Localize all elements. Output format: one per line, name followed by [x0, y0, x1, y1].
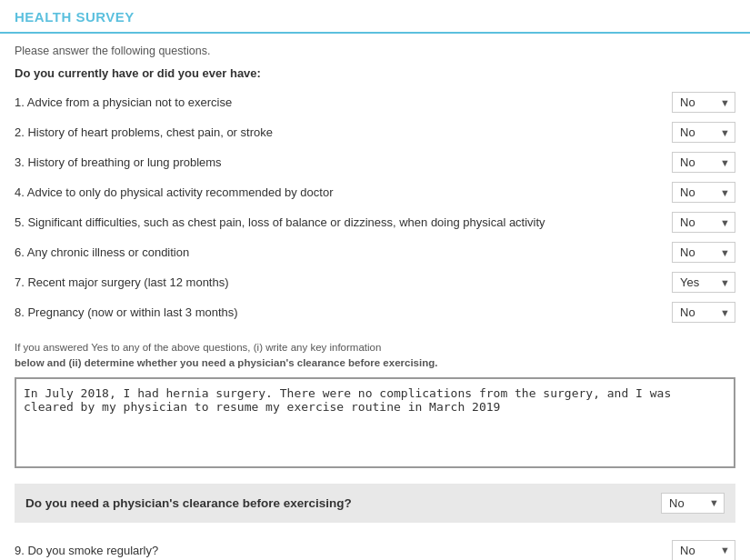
question-1-select-wrapper: NoYes▼: [672, 92, 735, 113]
yes-info-label: If you answered Yes to any of the above …: [15, 340, 735, 372]
question-row-1: 1. Advice from a physician not to exerci…: [15, 87, 735, 117]
question-5-text: 5. Significant difficulties, such as che…: [15, 215, 672, 229]
questions-list: 1. Advice from a physician not to exerci…: [15, 87, 735, 327]
page-title: HEALTH SURVEY: [15, 9, 135, 25]
question-7-select[interactable]: NoYes: [672, 272, 735, 293]
intro-text: Please answer the following questions.: [15, 45, 735, 57]
question-9-select-wrapper: No Yes ▼: [672, 540, 735, 561]
question-1-select[interactable]: NoYes: [672, 92, 735, 113]
question-1-text: 1. Advice from a physician not to exerci…: [15, 95, 672, 109]
question-8-select[interactable]: NoYes: [672, 302, 735, 323]
question-4-select[interactable]: NoYes: [672, 182, 735, 203]
question-5-select-wrapper: NoYes▼: [672, 212, 735, 233]
question-8-text: 8. Pregnancy (now or within last 3 month…: [15, 305, 672, 319]
question-row-2: 2. History of heart problems, chest pain…: [15, 117, 735, 147]
question-9-select[interactable]: No Yes: [672, 540, 735, 561]
question-6-select[interactable]: NoYes: [672, 242, 735, 263]
physician-clearance-select[interactable]: No Yes: [661, 493, 725, 514]
question-7-select-wrapper: NoYes▼: [672, 272, 735, 293]
smoke-questions: 9. Do you smoke regularly? No Yes ▼ 10. …: [15, 532, 735, 561]
question-4-select-wrapper: NoYes▼: [672, 182, 735, 203]
yes-info-textarea[interactable]: [15, 377, 735, 468]
question-7-text: 7. Recent major surgery (last 12 months): [15, 275, 672, 289]
question-2-select-wrapper: NoYes▼: [672, 122, 735, 143]
question-row-5: 5. Significant difficulties, such as che…: [15, 207, 735, 237]
question-row-3: 3. History of breathing or lung problems…: [15, 147, 735, 177]
physician-clearance-label: Do you need a physician's clearance befo…: [25, 496, 352, 510]
question-2-text: 2. History of heart problems, chest pain…: [15, 125, 672, 139]
physician-clearance-select-wrapper: No Yes ▼: [661, 493, 725, 514]
question-row-6: 6. Any chronic illness or conditionNoYes…: [15, 237, 735, 267]
question-row-4: 4. Advice to only do physical activity r…: [15, 177, 735, 207]
question-4-text: 4. Advice to only do physical activity r…: [15, 185, 672, 199]
page-container: HEALTH SURVEY Please answer the followin…: [0, 0, 750, 560]
question-3-text: 3. History of breathing or lung problems: [15, 155, 672, 169]
question-row-7: 7. Recent major surgery (last 12 months)…: [15, 267, 735, 297]
question-6-text: 6. Any chronic illness or condition: [15, 245, 672, 259]
question-8-select-wrapper: NoYes▼: [672, 302, 735, 323]
question-row-8: 8. Pregnancy (now or within last 3 month…: [15, 297, 735, 327]
question-9-text: 9. Do you smoke regularly?: [15, 544, 672, 557]
physician-clearance-row: Do you need a physician's clearance befo…: [15, 484, 735, 523]
question-5-select[interactable]: NoYes: [672, 212, 735, 233]
content-area: Please answer the following questions. D…: [0, 34, 750, 560]
section-label: Do you currently have or did you ever ha…: [15, 66, 735, 80]
question-3-select-wrapper: NoYes▼: [672, 152, 735, 173]
question-row-9: 9. Do you smoke regularly? No Yes ▼: [15, 535, 735, 561]
question-2-select[interactable]: NoYes: [672, 122, 735, 143]
question-6-select-wrapper: NoYes▼: [672, 242, 735, 263]
header: HEALTH SURVEY: [0, 0, 750, 34]
question-3-select[interactable]: NoYes: [672, 152, 735, 173]
